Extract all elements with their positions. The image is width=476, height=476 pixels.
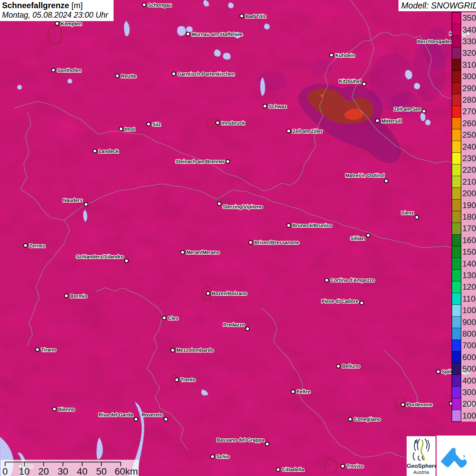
colorbar-tick-label: 1300 [462,271,476,280]
colorbar-cell [452,305,461,316]
city-label: Cortina d'Ampezzo [330,277,375,283]
city-label: Feltre [297,389,310,394]
city-dot [147,122,151,126]
city-label: Schwaz [269,104,287,109]
colorbar-cell [452,47,461,59]
colorbar-cell [452,153,461,164]
city-label: Zernez [29,243,45,249]
city-dot [171,348,175,352]
city-marker: SchioSchio [211,454,230,459]
scalebar-label: 40 [77,466,87,476]
city-marker: FeltreFeltre [291,389,310,394]
city-dot [287,129,291,133]
city-dot [134,418,138,421]
colorbar-cell [452,293,461,305]
city-label: Predazzo [223,322,245,327]
colorbar-tick-label: 800 [462,329,476,338]
city-dot [246,327,250,331]
city-label: Treviso [346,463,364,469]
city-dot [36,348,39,352]
city-label: Bozen/Bolzano [212,291,247,296]
city-dot [249,241,253,244]
colorbar-tick-label: 1600 [462,236,476,245]
city-label: Conegliano [354,417,381,422]
city-label: Garmisch-Partenkirchen [177,71,235,77]
city-label: Bienno [58,407,75,412]
city-dot [291,390,295,394]
colorbar-tick-label: 2700 [462,107,476,116]
city-dot [175,378,179,382]
city-dot [55,22,59,26]
city-marker: Steinach am BrennerSteinach am Brenner [175,159,230,164]
city-label: Kempten [61,21,82,27]
colorbar-cell [452,387,461,398]
city-dot [119,127,123,131]
city-dot [116,74,119,78]
colorbar-tick-label: 1100 [462,294,476,303]
colorbar-tick-label: 1700 [462,224,476,233]
city-label: Schlanders/Silandro [76,254,124,259]
city-dot [206,292,210,295]
city-label: Tirano [41,347,56,353]
city-dot [211,455,215,459]
colorbar-tick-label: 2000 [462,189,476,198]
city-marker: Bruneck/BrunicoBruneck/Brunico [287,223,332,228]
city-label: Sterzing/Vipiteno [223,204,263,209]
city-marker: Garmisch-PartenkirchenGarmisch-Partenkir… [172,71,235,77]
colorbar-legend: 3500340033003200310030002900280027002600… [452,12,476,422]
colorbar-tick-label: 3500 [462,13,476,22]
city-dot [125,259,129,263]
colorbar-tick-label: 300 [462,388,476,397]
colorbar-tick-label: 3300 [462,37,476,46]
tint-patch [423,27,451,68]
city-label: Nauders [63,198,83,203]
colorbar-tick-label: 1500 [462,247,476,256]
city-marker: Bozen/BolzanoBozen/Bolzano [206,291,247,296]
city-dot [216,121,220,125]
colorbar-tick-label: 1400 [462,259,476,268]
scalebar-label: 50 [96,466,107,476]
colorbar-tick-label: 2600 [462,119,476,128]
city-dot [276,468,280,472]
city-label: Cles [168,316,178,321]
colorbar-cell [452,316,461,328]
city-dot [53,407,56,411]
city-dot [84,203,88,206]
city-label: Kufstein [335,53,355,58]
scalebar-label: 30 [57,466,68,476]
lake [223,53,231,60]
city-label: Bad Tölz [245,14,266,19]
city-dot [181,251,185,254]
city-dot [218,202,221,206]
city-label: Riva del Garda [98,412,133,418]
city-marker: MezzolombardoMezzolombardo [171,347,214,353]
title-datetime: Montag, 05.08.2024 23:00 Uhr [2,10,114,20]
colorbar-cell [452,129,461,141]
city-label: Innsbruck [221,120,245,126]
scalebar-label: 20 [38,466,49,476]
geosphere-country: Austria [407,469,436,475]
city-label: Reutte [121,73,136,79]
colorbar-tick-label: 2400 [462,142,476,151]
colorbar-cell [452,328,461,340]
city-dot [287,224,291,227]
city-dot [325,278,329,282]
city-dot [142,3,146,7]
city-dot [263,104,267,108]
scalebar-label: 10 [19,466,30,476]
page-title: Schneefallgrenze [m] [2,1,114,10]
city-marker: Murnau am StaffelseeMurnau am Staffelsee [186,32,243,37]
colorbar-cell [452,106,461,117]
colorbar-tick-label: 3200 [462,48,476,57]
title-text: Schneefallgrenze [2,1,69,10]
model-label-box: Modell: SNOWGRID [398,0,476,11]
colorbar-cell [452,281,461,293]
title-unit: [m] [69,1,83,10]
colorbar-cell [452,223,461,234]
city-label: Matrei in Osttirol [345,173,385,178]
city-dot [341,464,345,468]
city-dot [24,244,28,248]
colorbar-cell [452,398,461,410]
colorbar-cell [452,12,461,24]
colorbar-tick-label: 2300 [462,154,476,163]
